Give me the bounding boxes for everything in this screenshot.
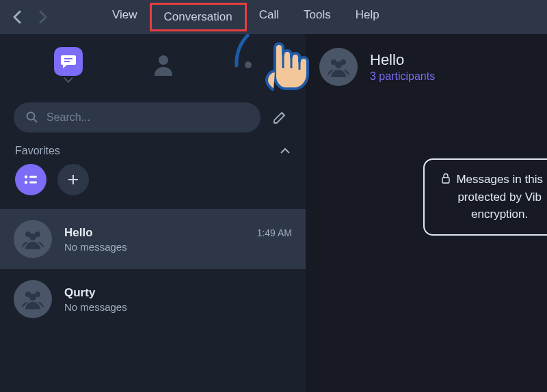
menu-item-call[interactable]: Call — [247, 3, 291, 31]
search-box[interactable] — [14, 102, 261, 132]
favorite-my-notes[interactable] — [15, 164, 46, 195]
encryption-line2: protected by Vib — [456, 188, 543, 206]
main-container: Favorites Hello1:49 AMNo messagesQurtyNo… — [0, 34, 547, 392]
lock-icon — [441, 173, 451, 184]
tab-chats[interactable] — [54, 47, 83, 83]
compose-button[interactable] — [267, 105, 292, 130]
chat-subtitle: No messages — [64, 241, 292, 253]
chat-item[interactable]: Hello1:49 AMNo messages — [0, 209, 306, 269]
back-button[interactable] — [7, 7, 27, 27]
favorites-header[interactable]: Favorites — [0, 139, 306, 161]
search-icon — [26, 111, 38, 124]
svg-point-13 — [29, 234, 36, 240]
sidebar-tabs — [0, 34, 306, 96]
conversation-panel: Hello 3 participants Messages in this pr… — [306, 34, 547, 392]
svg-rect-1 — [64, 61, 70, 62]
favorites-label: Favorites — [15, 145, 60, 157]
chat-list: Hello1:49 AMNo messagesQurtyNo messages — [0, 209, 306, 392]
tab-more[interactable] — [245, 61, 252, 68]
chat-subtitle: No messages — [64, 301, 292, 313]
group-icon — [14, 280, 52, 318]
svg-point-19 — [335, 61, 342, 68]
conversation-title: Hello — [370, 51, 435, 69]
menu-item-help[interactable]: Help — [343, 3, 392, 31]
menu-item-conversation[interactable]: Conversation — [150, 3, 247, 31]
svg-rect-20 — [442, 178, 449, 183]
svg-point-16 — [29, 294, 36, 300]
group-icon — [326, 57, 351, 77]
menu-item-tools[interactable]: Tools — [291, 3, 343, 31]
svg-rect-8 — [29, 182, 37, 184]
tab-contacts[interactable] — [149, 51, 178, 79]
plus-icon — [66, 173, 80, 186]
encryption-line3: encryption. — [456, 206, 543, 223]
group-icon — [14, 220, 52, 258]
svg-line-4 — [34, 120, 38, 123]
conversation-participants[interactable]: 3 participants — [370, 70, 435, 83]
person-icon — [149, 51, 178, 79]
favorites-row — [0, 161, 306, 209]
notes-icon — [23, 173, 39, 186]
chat-name: Qurty — [64, 286, 95, 300]
chat-time: 1:49 AM — [257, 227, 292, 238]
search-input[interactable] — [46, 111, 248, 124]
forward-button[interactable] — [33, 7, 53, 27]
encryption-info: Messages in this protected by Vib encryp… — [423, 158, 547, 236]
svg-point-5 — [25, 176, 27, 178]
chevron-up-icon — [280, 148, 291, 154]
svg-rect-0 — [64, 58, 72, 59]
conversation-header: Hello 3 participants — [319, 48, 547, 86]
svg-rect-6 — [29, 176, 37, 178]
search-row — [0, 96, 306, 139]
compose-icon — [272, 110, 287, 125]
svg-point-2 — [159, 55, 168, 65]
chat-item[interactable]: QurtyNo messages — [0, 269, 306, 329]
sidebar: Favorites Hello1:49 AMNo messagesQurtyNo… — [0, 34, 306, 392]
dot-icon — [245, 61, 252, 68]
conversation-avatar[interactable] — [319, 48, 358, 86]
chat-icon — [54, 47, 83, 76]
chevron-down-icon — [64, 77, 73, 83]
menu-bar: ViewConversationCallToolsHelp — [0, 0, 547, 34]
svg-point-3 — [27, 113, 35, 120]
menu-item-view[interactable]: View — [100, 3, 150, 31]
favorite-add[interactable] — [57, 164, 89, 195]
svg-point-7 — [25, 181, 27, 184]
encryption-line1: Messages in this — [456, 171, 543, 188]
chat-name: Hello — [64, 226, 93, 240]
